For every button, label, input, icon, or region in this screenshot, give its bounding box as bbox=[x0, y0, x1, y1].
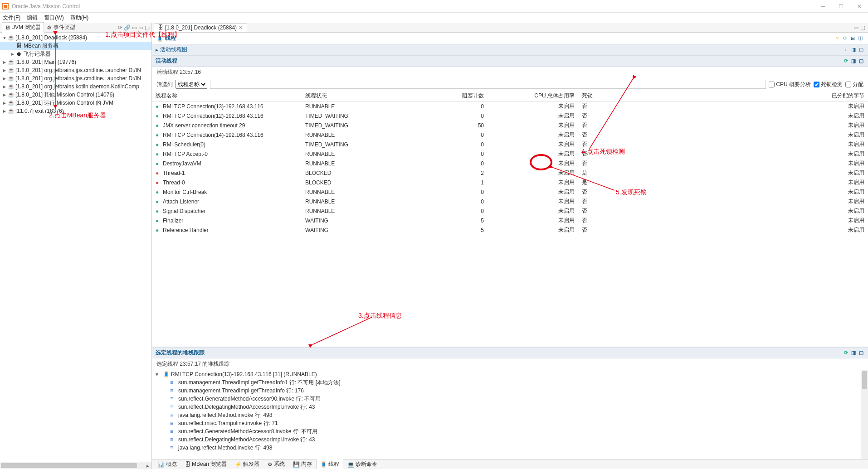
allocation-checkbox[interactable]: 分配 bbox=[845, 81, 863, 88]
expand-icon[interactable]: ◨ bbox=[850, 47, 857, 53]
toolbar-icon[interactable]: ▭ bbox=[132, 24, 137, 31]
stack-frame[interactable]: ≡java.lang.reflect.Method.invoke 行: 498 bbox=[152, 444, 868, 452]
tab-jvm-browser[interactable]: 🖥 JVM 浏览器 bbox=[2, 22, 44, 33]
col-cpu[interactable]: CPU 总体占用率 bbox=[488, 91, 578, 102]
minimize-editor-icon[interactable]: ▭ bbox=[853, 24, 858, 31]
jvm-icon: ☕ bbox=[7, 100, 15, 106]
minimize-button[interactable]: ─ bbox=[821, 3, 825, 10]
menu-file[interactable]: 文件(F) bbox=[3, 14, 20, 22]
scroll-right-icon[interactable]: ▸ bbox=[144, 462, 151, 469]
minimize-view-icon[interactable]: ▭ bbox=[138, 24, 143, 31]
tree-row[interactable]: 🗄MBean 服务器 bbox=[0, 42, 151, 50]
more-icon[interactable]: ▢ bbox=[858, 58, 864, 64]
section-chart-header[interactable]: ▸ 活动线程图 + ◨ ▢ bbox=[152, 44, 868, 55]
table-row[interactable]: ●DestroyJavaVMRUNNABLE0未启用否未启用 bbox=[152, 159, 868, 168]
stack-frame[interactable]: ≡sun.reflect.DelegatingMethodAccessorImp… bbox=[152, 403, 868, 411]
editor-tab[interactable]: 🗄 [1.8.0_201] Deadlock (25884) ✕ bbox=[154, 23, 247, 32]
thread-state-icon: ● bbox=[156, 189, 162, 195]
tab-icon: 📊 bbox=[158, 461, 165, 468]
help-icon[interactable]: ? bbox=[834, 35, 840, 42]
table-row[interactable]: ●Thread-0BLOCKED1未启用是未启用 bbox=[152, 178, 868, 187]
stack-frame-icon: ≡ bbox=[170, 396, 176, 402]
threads-icon: 🧵 bbox=[156, 35, 163, 42]
table-row[interactable]: ●Signal DispatcherRUNNABLE0未启用否未启用 bbox=[152, 206, 868, 216]
thread-table[interactable]: 线程名称 线程状态 阻塞计数 CPU 总体占用率 死锁 已分配的字节 ●RMI … bbox=[152, 91, 868, 235]
jvm-tree[interactable]: ▾☕[1.8.0_201] Deadlock (25884)🗄MBean 服务器… bbox=[0, 33, 151, 462]
col-state[interactable]: 线程状态 bbox=[302, 91, 424, 102]
settings-icon[interactable]: ⊞ bbox=[849, 35, 856, 42]
stack-frame[interactable]: ≡sun.reflect.GeneratedMethodAccessor8.in… bbox=[152, 427, 868, 435]
menu-window[interactable]: 窗口(W) bbox=[44, 14, 63, 22]
close-button[interactable]: ✕ bbox=[857, 3, 862, 10]
stack-frame[interactable]: ≡sun.reflect.GeneratedMethodAccessor90.i… bbox=[152, 395, 868, 403]
maximize-button[interactable]: ☐ bbox=[839, 3, 844, 10]
table-row[interactable]: ●Thread-1BLOCKED2未启用是未启用 bbox=[152, 168, 868, 178]
table-row[interactable]: ●FinalizerWAITING5未启用否未启用 bbox=[152, 216, 868, 225]
scroll-thumb[interactable] bbox=[862, 371, 867, 389]
tree-row[interactable]: ▸☕[1.8.0_201] Main (19776) bbox=[0, 58, 151, 66]
thread-state-icon: ● bbox=[156, 141, 162, 148]
bottom-tab[interactable]: ⚡触发器 bbox=[231, 459, 263, 469]
tab-icon: ⚙ bbox=[268, 461, 273, 468]
thread-state-icon: ● bbox=[156, 151, 162, 157]
maximize-view-icon[interactable]: ▢ bbox=[145, 24, 150, 31]
stack-frame[interactable]: ≡sun.management.ThreadImpl.getThreadInfo… bbox=[152, 378, 868, 387]
refresh-icon[interactable]: ⟳ bbox=[843, 58, 849, 64]
tree-row[interactable]: ▸☕[1.8.0_201] 其他 Mission Control (14076) bbox=[0, 91, 151, 99]
table-row[interactable]: ●RMI TCP Connection(12)-192.168.43.116TI… bbox=[152, 111, 868, 121]
more-icon[interactable]: ▢ bbox=[858, 47, 864, 53]
filter-input[interactable] bbox=[210, 80, 766, 89]
tree-row[interactable]: ▸☕[1.8.0_201] org.jetbrains.jps.cmdline.… bbox=[0, 66, 151, 74]
bottom-tab[interactable]: 📊概览 bbox=[154, 459, 181, 469]
stack-root[interactable]: ▾ 🧵 RMI TCP Connection(13)-192.168.43.11… bbox=[152, 370, 868, 378]
maximize-editor-icon[interactable]: ▢ bbox=[860, 24, 865, 31]
tree-row[interactable]: ▸☕[1.8.0_201] org.jetbrains.jps.cmdline.… bbox=[0, 74, 151, 82]
toolbar-icon[interactable]: 🔗 bbox=[124, 24, 131, 31]
info-icon[interactable]: ⓘ bbox=[857, 35, 863, 42]
stack-frame[interactable]: ≡sun.reflect.misc.Trampoline.invoke 行: 7… bbox=[152, 419, 868, 427]
table-row[interactable]: ●RMI TCP Connection(13)-192.168.43.116RU… bbox=[152, 102, 868, 111]
scroll-thumb[interactable] bbox=[1, 463, 137, 468]
left-hscroll[interactable]: ◂ ▸ bbox=[0, 462, 151, 469]
table-row[interactable]: ●RMI TCP Connection(14)-192.168.43.116RU… bbox=[152, 130, 868, 140]
col-deadlock[interactable]: 死锁 bbox=[578, 91, 687, 102]
toolbar-icon[interactable]: ⟳ bbox=[118, 24, 122, 31]
deadlock-detection-checkbox[interactable]: 死锁检测 bbox=[814, 81, 843, 88]
col-blocked[interactable]: 阻塞计数 bbox=[424, 91, 488, 102]
table-row[interactable]: ●Monitor Ctrl-BreakRUNNABLE0未启用否未启用 bbox=[152, 187, 868, 197]
table-row[interactable]: ●Attach ListenerRUNNABLE0未启用否未启用 bbox=[152, 197, 868, 206]
col-name[interactable]: 线程名称 bbox=[152, 91, 302, 102]
table-row[interactable]: ●Reference HandlerWAITING5未启用否未启用 bbox=[152, 225, 868, 235]
expand-icon[interactable]: ◨ bbox=[850, 350, 857, 356]
more-icon[interactable]: ▢ bbox=[858, 350, 864, 356]
refresh-icon[interactable]: ⟳ bbox=[843, 350, 849, 356]
stack-body[interactable]: ▾ 🧵 RMI TCP Connection(13)-192.168.43.11… bbox=[152, 370, 868, 459]
stack-frame[interactable]: ≡java.lang.reflect.Method.invoke 行: 498 bbox=[152, 411, 868, 419]
tree-row[interactable]: ▸☕[1.8.0_201] org.jetbrains.kotlin.daemo… bbox=[0, 82, 151, 91]
close-tab-icon[interactable]: ✕ bbox=[239, 24, 243, 31]
expand-icon[interactable]: ◨ bbox=[850, 58, 857, 64]
tree-row[interactable]: ▾☕[1.8.0_201] Deadlock (25884) bbox=[0, 34, 151, 42]
tab-event-types[interactable]: ⚙ 事件类型 bbox=[44, 23, 78, 32]
add-icon[interactable]: + bbox=[843, 47, 849, 53]
bottom-tab[interactable]: 🧵线程 bbox=[316, 459, 343, 469]
tree-row[interactable]: ▸⏺飞行记录器 bbox=[0, 50, 151, 58]
table-row[interactable]: ●JMX server connection timeout 29TIMED_W… bbox=[152, 121, 868, 130]
refresh-icon[interactable]: ⟳ bbox=[842, 35, 848, 42]
tree-row[interactable]: ▸☕[1.8.0_201] 运行 Mission Control 的 JVM bbox=[0, 99, 151, 107]
bottom-tab[interactable]: 💻诊断命令 bbox=[343, 459, 381, 469]
bottom-tab[interactable]: 💾内存 bbox=[289, 459, 316, 469]
bottom-tab[interactable]: 🗄MBean 浏览器 bbox=[181, 459, 231, 469]
tree-row[interactable]: ▸☕[11.0.7] exit (18376) bbox=[0, 107, 151, 115]
menu-edit[interactable]: 编辑 bbox=[27, 14, 38, 22]
bottom-tab[interactable]: ⚙系统 bbox=[263, 459, 289, 469]
stack-frame[interactable]: ≡sun.reflect.DelegatingMethodAccessorImp… bbox=[152, 435, 868, 444]
col-alloc[interactable]: 已分配的字节 bbox=[687, 91, 868, 102]
cpu-profiling-checkbox[interactable]: CPU 概要分析 bbox=[769, 81, 811, 88]
stack-vscroll[interactable] bbox=[861, 370, 868, 459]
table-row[interactable]: ●RMI TCP Accept-0RUNNABLE0未启用否未启用 bbox=[152, 149, 868, 159]
filter-column-select[interactable]: 线程名称 bbox=[176, 80, 207, 89]
stack-frame[interactable]: ≡sun.management.ThreadImpl.getThreadInfo… bbox=[152, 387, 868, 395]
menu-help[interactable]: 帮助(H) bbox=[70, 14, 89, 22]
table-row[interactable]: ●RMI Scheduler(0)TIMED_WAITING0未启用否未启用 bbox=[152, 140, 868, 149]
